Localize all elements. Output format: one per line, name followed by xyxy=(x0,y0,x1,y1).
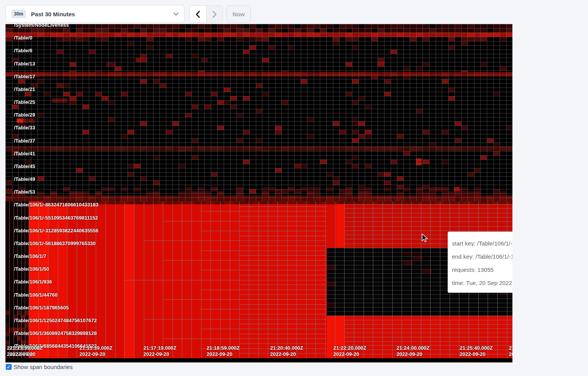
tooltip-time: time: Tue, 20 Sep 2022 21:24:40 GMT xyxy=(452,280,512,286)
tooltip-requests: requests: 13055 xyxy=(452,267,512,273)
key-visualizer-heatmap: /System/NodeLiveness/Table/0/Table/6/Tab… xyxy=(5,24,512,362)
time-nav-group xyxy=(190,5,223,23)
chevron-down-icon xyxy=(173,10,179,17)
tooltip-end-key: end key: /Table/106/1/-18683814745282642… xyxy=(452,254,512,259)
heatmap-canvas[interactable] xyxy=(5,24,512,362)
time-range-dropdown[interactable]: 30m Past 30 Minutes xyxy=(5,5,185,23)
tooltip-start-key: start key: /Table/106/1/-247433150824388… xyxy=(452,240,512,246)
time-range-badge: 30m xyxy=(11,10,26,18)
time-range-label: Past 30 Minutes xyxy=(31,11,173,17)
chevron-left-icon xyxy=(196,11,200,18)
previous-interval-button[interactable] xyxy=(190,6,207,22)
next-interval-button[interactable] xyxy=(207,6,222,22)
chevron-right-icon xyxy=(212,11,217,18)
show-span-boundaries-label: Show span boundaries xyxy=(14,364,73,370)
cell-tooltip: start key: /Table/106/1/-247433150824388… xyxy=(448,232,512,293)
show-span-boundaries-checkbox[interactable]: ✓ xyxy=(6,364,12,370)
key-visualizer-page: 30m Past 30 Minutes Now /System/NodeLive… xyxy=(0,0,588,376)
show-span-boundaries-row: ✓ Show span boundaries xyxy=(6,364,73,370)
now-button[interactable]: Now xyxy=(226,5,251,23)
